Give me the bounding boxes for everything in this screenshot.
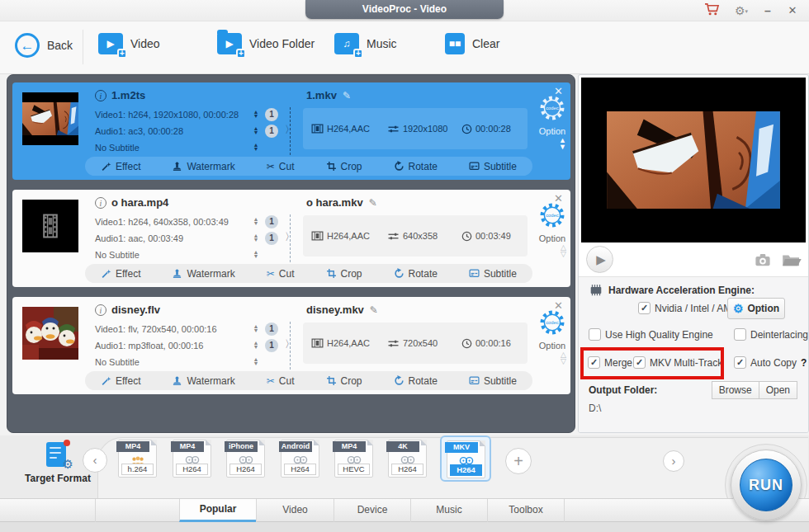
rotate-button[interactable]: Rotate	[394, 268, 438, 280]
tab-toolbox[interactable]: Toolbox	[487, 499, 564, 522]
source-filename: 1.m2ts	[111, 89, 145, 101]
audio-track-stepper[interactable]: ▲▼	[252, 341, 260, 349]
codec-gear-icon	[538, 94, 566, 122]
watermark-button[interactable]: Watermark	[172, 375, 234, 387]
reorder-arrows[interactable]: ▲▼	[559, 137, 566, 150]
rotate-button[interactable]: Rotate	[394, 161, 438, 172]
high-quality-engine-checkbox[interactable]: Use High Quality Engine	[589, 328, 713, 341]
toolbar-divider	[83, 30, 83, 64]
nvidia-intel-amd-checkbox[interactable]: ✓ Nvidia / Intel / AMD	[638, 302, 739, 314]
preview-controls: ▶	[579, 245, 808, 275]
subtitle-button[interactable]: Subtitle	[469, 161, 517, 172]
subtitle-button[interactable]: Subtitle	[469, 268, 517, 280]
file-row-ohara[interactable]: ✕ i o hara.mp4 Video1: h264, 640x358, 00…	[12, 190, 570, 287]
audio-track-stepper[interactable]: ▲▼	[252, 233, 260, 242]
hardware-option-button[interactable]: ⚙ Option	[727, 298, 785, 319]
music-add-icon: ♫+	[334, 33, 359, 54]
tab-popular[interactable]: Popular	[179, 499, 256, 522]
open-folder-icon[interactable]	[782, 252, 802, 271]
rename-icon[interactable]: ✎	[369, 197, 377, 209]
effect-button[interactable]: Effect	[101, 375, 140, 387]
auto-copy-checkbox[interactable]: ✓ Auto Copy ?	[734, 356, 807, 369]
video-track-stepper[interactable]: ▲▼	[252, 324, 260, 332]
subtitle-button[interactable]: Subtitle	[469, 375, 517, 387]
clear-button[interactable]: ■■ Clear	[445, 33, 499, 54]
video-preview[interactable]	[581, 78, 806, 242]
open-button[interactable]: Open	[759, 381, 797, 399]
tab-device[interactable]: Device	[334, 499, 410, 522]
video-thumbnail	[22, 307, 78, 360]
cut-button[interactable]: ✂Cut	[267, 268, 295, 280]
run-button[interactable]: RUN	[740, 459, 792, 511]
snapshot-camera-icon[interactable]	[754, 252, 772, 271]
minimize-icon[interactable]: –	[759, 3, 776, 18]
watermark-button[interactable]: Watermark	[172, 268, 234, 280]
cart-icon[interactable]	[703, 2, 720, 17]
tab-video[interactable]: Video	[256, 499, 334, 522]
deinterlacing-checkbox[interactable]: Deinterlacing	[734, 328, 808, 341]
subtitle-icon	[469, 375, 480, 386]
rotate-icon	[394, 161, 404, 172]
music-label: Music	[367, 37, 397, 50]
crop-button[interactable]: Crop	[326, 161, 362, 172]
crop-button[interactable]: Crop	[326, 375, 362, 387]
codec-option-button[interactable]: Option	[531, 94, 574, 136]
file-row-disney[interactable]: ✕ i disney.flv Video1: flv, 720x540, 00:…	[12, 297, 570, 394]
format-card-android-h264[interactable]: Android H264	[281, 440, 319, 478]
output-codec: H264,AAC	[327, 124, 370, 134]
help-icon[interactable]: ?	[801, 357, 807, 369]
tab-music[interactable]: Music	[410, 499, 487, 522]
add-music-button[interactable]: ♫+ Music	[334, 33, 397, 54]
formats-prev-button[interactable]: ‹	[83, 448, 107, 473]
back-arrow-icon: ←	[15, 33, 40, 58]
format-card-mp4-hevc[interactable]: MP4 HEVC	[334, 440, 373, 478]
format-card-mp4-h264-people[interactable]: MP4 h.264	[118, 440, 157, 478]
subtitle-track-stepper[interactable]: ▲▼	[252, 357, 260, 365]
merge-checkbox[interactable]: ✓ Merge	[588, 356, 632, 369]
target-format-button[interactable]: ⚙ Target Format	[25, 440, 91, 484]
format-codec: h.264	[121, 464, 154, 475]
cut-button[interactable]: ✂Cut	[267, 375, 295, 387]
format-card-mp4-h264[interactable]: MP4 H264	[173, 440, 211, 478]
format-card-mkv-h264-selected[interactable]: MKV H264	[440, 435, 491, 482]
subtitle-track-stepper[interactable]: ▲▼	[252, 250, 260, 258]
video-track-stepper[interactable]: ▲▼	[252, 217, 260, 225]
info-icon[interactable]: i	[95, 197, 106, 209]
settings-gear-icon[interactable]: ⚙▾	[733, 3, 750, 18]
format-card-iphone-h264[interactable]: iPhone H264	[226, 440, 265, 478]
rotate-button[interactable]: Rotate	[394, 375, 438, 387]
mkv-multitrack-checkbox[interactable]: ✓ MKV Multi-Track	[633, 356, 722, 369]
reorder-arrows[interactable]: △▽	[561, 244, 566, 257]
info-icon[interactable]: i	[95, 90, 106, 101]
browse-button[interactable]: Browse	[712, 381, 759, 399]
add-format-button[interactable]: +	[505, 448, 532, 474]
close-window-icon[interactable]: ✕	[784, 3, 801, 18]
effect-button[interactable]: Effect	[101, 268, 140, 280]
reorder-arrows[interactable]: △▽	[561, 351, 566, 365]
codec-option-button[interactable]: Option	[531, 308, 574, 351]
format-codec: H264	[176, 464, 208, 475]
file-row-1m2ts[interactable]: ✕ i 1.m2ts Video1: h264, 1920x1080, 00:0…	[12, 82, 570, 180]
output-path: D:\	[589, 403, 601, 414]
watermark-button[interactable]: Watermark	[172, 161, 234, 172]
video-track-info: Video1: flv, 720x540, 00:00:16	[95, 324, 248, 334]
crop-button[interactable]: Crop	[326, 268, 362, 280]
codec-option-button[interactable]: Option	[531, 201, 574, 243]
info-icon[interactable]: i	[95, 304, 106, 316]
back-button[interactable]: ← Back	[15, 33, 73, 58]
checkbox-checked: ✓	[734, 356, 746, 369]
add-video-button[interactable]: ▶+ Video	[98, 33, 160, 54]
audio-track-stepper[interactable]: ▲▼	[252, 126, 260, 134]
rename-icon[interactable]: ✎	[370, 304, 378, 316]
formats-next-button[interactable]: ›	[663, 450, 684, 472]
video-track-stepper[interactable]: ▲▼	[252, 110, 260, 118]
effect-button[interactable]: Effect	[101, 161, 140, 172]
add-video-folder-button[interactable]: ▶+ Video Folder	[217, 33, 315, 54]
hardware-acceleration-title: Hardware Acceleration Engine:	[608, 285, 755, 296]
cut-button[interactable]: ✂Cut	[267, 161, 295, 172]
format-card-4k-h264[interactable]: 4K H264	[388, 440, 427, 478]
play-button[interactable]: ▶	[586, 246, 613, 273]
rename-icon[interactable]: ✎	[343, 90, 351, 101]
video-add-icon: ▶+	[98, 33, 123, 54]
subtitle-track-stepper[interactable]: ▲▼	[252, 143, 260, 151]
